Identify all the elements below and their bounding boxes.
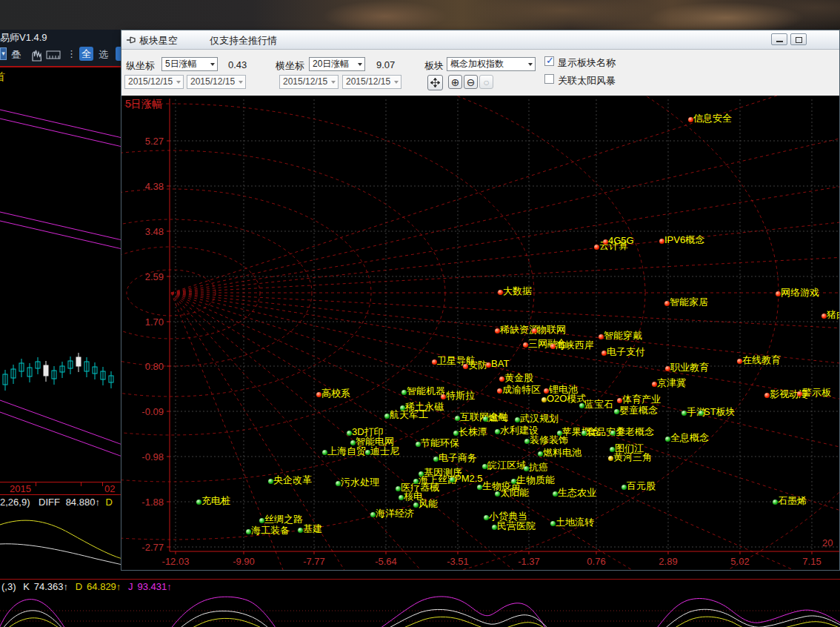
scatter-point-dot[interactable] xyxy=(652,382,657,387)
scatter-point-dot[interactable] xyxy=(621,485,627,490)
scatter-point-dot[interactable] xyxy=(322,450,327,455)
scatter-point-dot[interactable] xyxy=(441,394,446,399)
scatter-point-dot[interactable] xyxy=(477,485,482,490)
scatter-point-dot[interactable] xyxy=(450,477,455,482)
scatter-point-dot[interactable] xyxy=(453,431,459,436)
link-storm-checkbox[interactable] xyxy=(544,74,554,84)
scatter-point-dot[interactable] xyxy=(614,409,619,414)
date-select-1[interactable]: 2015/12/15 xyxy=(124,75,184,89)
scatter-point-dot[interactable] xyxy=(384,414,390,419)
scatter-point-dot[interactable] xyxy=(511,479,516,484)
scatter-point-dot[interactable] xyxy=(495,429,500,434)
scatter-point-dot[interactable] xyxy=(350,440,356,445)
scatter-point-dot[interactable] xyxy=(492,525,497,530)
scatter-point-dot[interactable] xyxy=(483,417,488,422)
scatter-point-dot[interactable] xyxy=(499,376,504,382)
scatter-point-dot[interactable] xyxy=(484,515,489,520)
scatter-point-dot[interactable] xyxy=(541,397,547,402)
scatter-point-dot[interactable] xyxy=(699,411,704,416)
scatter-point-dot[interactable] xyxy=(532,328,537,334)
select-button[interactable]: 选 xyxy=(99,48,108,62)
window-titlebar[interactable]: 板块星空 仅支持全推行情 xyxy=(121,30,839,50)
scatter-point-dot[interactable] xyxy=(553,491,558,497)
date-select-4[interactable]: 2015/12/15 xyxy=(342,75,401,89)
scatter-point-dot[interactable] xyxy=(497,388,502,394)
scatter-point-dot[interactable] xyxy=(617,398,622,403)
scatter-point-dot[interactable] xyxy=(396,486,401,491)
scatter-point-dot[interactable] xyxy=(550,344,556,349)
sector-select[interactable]: 概念加权指数 xyxy=(447,57,536,71)
scatter-point-dot[interactable] xyxy=(347,431,352,436)
scatter-point-dot[interactable] xyxy=(486,362,491,368)
more-dots-icon[interactable]: ⋮ xyxy=(67,48,76,59)
scatter-point-dot[interactable] xyxy=(776,291,781,296)
scatter-point-dot[interactable] xyxy=(797,391,802,397)
scatter-point-dot[interactable] xyxy=(524,439,530,444)
scatter-point-dot[interactable] xyxy=(370,512,376,517)
scatter-point-dot[interactable] xyxy=(524,466,529,471)
scatter-point-dot[interactable] xyxy=(681,411,687,416)
scatter-point-dot[interactable] xyxy=(365,450,370,455)
scatter-point-dot[interactable] xyxy=(413,502,419,508)
date-select-2[interactable]: 2015/12/15 xyxy=(187,75,246,89)
minimize-button[interactable] xyxy=(771,33,787,45)
scatter-point-dot[interactable] xyxy=(246,529,251,534)
scatter-point-dot[interactable] xyxy=(433,457,439,462)
scatter-point-dot[interactable] xyxy=(821,314,827,319)
scatter-point-dot[interactable] xyxy=(544,388,549,394)
pin-icon[interactable] xyxy=(126,35,138,45)
scatter-point-dot[interactable] xyxy=(550,521,556,526)
scatter-point-dot[interactable] xyxy=(610,431,616,436)
overlay-icon[interactable]: 叠 xyxy=(11,48,21,62)
ring-button[interactable]: ○ xyxy=(479,75,493,89)
scatter-point-dot[interactable] xyxy=(482,464,487,469)
hand-icon[interactable] xyxy=(30,48,43,62)
dropdown-arrow-icon[interactable]: ▾ xyxy=(0,47,7,60)
x-axis-select[interactable]: 20日涨幅 xyxy=(309,57,365,71)
scatter-point-dot[interactable] xyxy=(737,359,742,364)
show-names-checkbox[interactable] xyxy=(544,56,554,66)
y-axis-select[interactable]: 5日涨幅 xyxy=(161,57,218,71)
scatter-point-dot[interactable] xyxy=(495,328,500,334)
scatter-point-dot[interactable] xyxy=(764,393,770,398)
scatter-point-dot[interactable] xyxy=(463,364,468,369)
scatter-point-dot[interactable] xyxy=(665,437,670,442)
zoom-in-button[interactable]: ⊕ xyxy=(448,75,462,89)
scatter-point-dot[interactable] xyxy=(579,403,584,408)
scatter-point-dot[interactable] xyxy=(608,456,613,461)
scatter-point-dot[interactable] xyxy=(538,451,543,457)
scatter-point-dot[interactable] xyxy=(268,479,273,484)
scatter-point-dot[interactable] xyxy=(316,392,321,397)
scatter-point-dot[interactable] xyxy=(773,500,778,505)
scatter-point-dot[interactable] xyxy=(399,495,404,500)
pan-button[interactable] xyxy=(427,75,443,90)
scatter-point-dot[interactable] xyxy=(557,431,562,436)
scatter-point-dot[interactable] xyxy=(413,479,419,484)
scatter-point-dot[interactable] xyxy=(603,239,608,245)
scatter-point-dot[interactable] xyxy=(400,405,405,411)
scatter-point-dot[interactable] xyxy=(601,351,607,356)
scatter-point-dot[interactable] xyxy=(336,481,341,486)
scatter-point-dot[interactable] xyxy=(665,366,670,371)
scatter-point-dot[interactable] xyxy=(298,528,303,533)
scatter-point-dot[interactable] xyxy=(581,431,587,436)
scatter-point-dot[interactable] xyxy=(659,239,664,244)
scatter-point-dot[interactable] xyxy=(610,447,615,452)
scatter-point-dot[interactable] xyxy=(594,245,599,250)
scatter-point-dot[interactable] xyxy=(523,342,528,348)
scatter-point-dot[interactable] xyxy=(401,390,407,395)
scatter-point-dot[interactable] xyxy=(196,500,201,505)
date-select-3[interactable]: 2015/12/15 xyxy=(279,75,339,89)
maximize-button[interactable] xyxy=(790,33,807,45)
zoom-out-button[interactable]: ⊖ xyxy=(464,75,478,89)
scatter-point-dot[interactable] xyxy=(688,117,693,122)
scatter-point-dot[interactable] xyxy=(498,290,503,295)
scatter-point-dot[interactable] xyxy=(455,416,460,421)
ruler-icon[interactable] xyxy=(46,50,61,60)
scatter-point-dot[interactable] xyxy=(416,442,421,447)
scatter-point-dot[interactable] xyxy=(419,471,424,477)
scatter-point-dot[interactable] xyxy=(599,334,604,339)
scatter-point-dot[interactable] xyxy=(259,518,264,523)
scatter-point-dot[interactable] xyxy=(495,491,500,497)
scatter-point-dot[interactable] xyxy=(664,301,670,306)
